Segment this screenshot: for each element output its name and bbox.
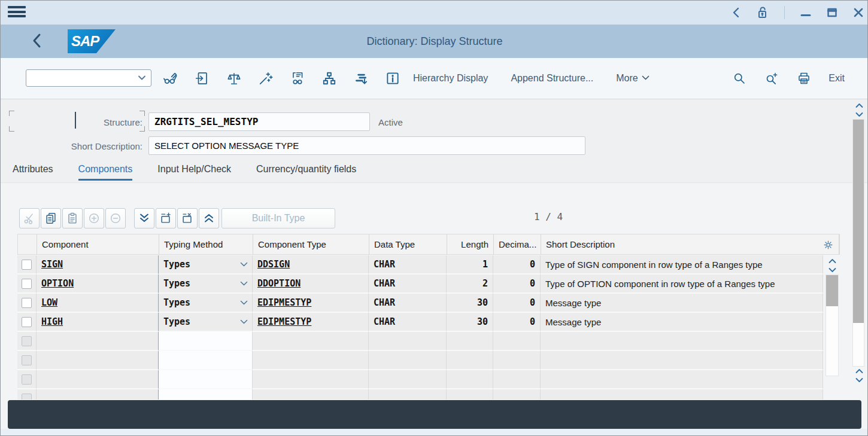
compare-scale-icon[interactable] — [226, 71, 242, 86]
component-type-cell[interactable] — [253, 370, 369, 389]
header-component[interactable]: Component — [37, 234, 159, 254]
more-menu-button[interactable]: More — [616, 73, 649, 84]
copy-object-icon[interactable] — [195, 71, 210, 86]
tab-input-help-check[interactable]: Input Help/Check — [157, 164, 231, 181]
move-down-button[interactable] — [134, 208, 154, 228]
typing-method-cell[interactable] — [159, 389, 253, 400]
print-icon[interactable] — [796, 71, 812, 86]
header-length[interactable]: Length — [447, 234, 494, 254]
component-cell[interactable] — [37, 370, 159, 389]
maximize-icon[interactable] — [827, 7, 837, 18]
component-type-cell[interactable]: DDOPTION — [253, 275, 369, 294]
tab-attributes[interactable]: Attributes — [13, 164, 53, 181]
object-list-icon[interactable] — [353, 71, 369, 86]
component-cell[interactable]: SIGN — [37, 255, 159, 275]
header-data-type[interactable]: Data Type — [369, 234, 447, 254]
information-icon[interactable] — [385, 71, 400, 86]
command-field[interactable] — [26, 69, 151, 87]
where-used-list-icon[interactable] — [290, 71, 305, 86]
data-type-cell: CHAR — [369, 294, 447, 313]
table-scroll-down-icon[interactable] — [825, 266, 839, 275]
hierarchy-display-button[interactable]: Hierarchy Display — [413, 73, 488, 84]
append-structure-button[interactable]: Append Structure... — [511, 73, 593, 84]
row-checkbox[interactable] — [22, 279, 32, 289]
component-cell[interactable] — [37, 332, 159, 351]
window-scrollbar[interactable] — [852, 101, 864, 385]
row-checkbox[interactable] — [22, 260, 32, 270]
structure-input[interactable]: ZRGTITS_SEL_MESTYP — [148, 112, 370, 131]
row-select-cell[interactable] — [17, 294, 37, 313]
typing-method-cell[interactable]: Types — [159, 275, 253, 294]
row-checkbox[interactable] — [22, 355, 32, 365]
row-select-cell[interactable] — [17, 351, 37, 370]
window-scrollbar-thumb[interactable] — [853, 120, 864, 323]
header-component-type[interactable]: Component Type — [253, 234, 369, 254]
row-select-cell[interactable] — [17, 389, 37, 400]
display-change-icon[interactable] — [163, 71, 178, 86]
table-scroll-up-icon[interactable] — [825, 257, 839, 266]
tab-components[interactable]: Components — [78, 164, 133, 181]
window-scroll-up2-icon[interactable] — [852, 367, 866, 376]
typing-method-cell[interactable]: Types — [159, 294, 253, 313]
header-typing-method[interactable]: Typing Method — [159, 234, 253, 254]
table-scrollbar-thumb[interactable] — [826, 275, 838, 306]
move-up-button[interactable] — [199, 208, 219, 228]
row-select-cell[interactable] — [17, 370, 37, 389]
row-checkbox[interactable] — [22, 394, 32, 400]
table-scrollbar[interactable] — [825, 257, 839, 376]
exit-button[interactable]: Exit — [828, 73, 845, 84]
component-type-cell[interactable]: DDSIGN — [253, 255, 369, 275]
table-settings-gear-icon[interactable] — [823, 239, 834, 251]
typing-method-cell[interactable] — [159, 332, 253, 351]
component-cell[interactable]: OPTION — [37, 275, 159, 294]
insert-line-button[interactable] — [84, 208, 104, 228]
row-checkbox[interactable] — [22, 298, 32, 308]
typing-method-cell[interactable]: Types — [159, 313, 253, 332]
component-type-cell[interactable] — [253, 332, 369, 351]
row-select-cell[interactable] — [17, 255, 37, 275]
component-cell[interactable] — [37, 389, 159, 400]
row-checkbox[interactable] — [22, 336, 32, 346]
component-type-cell[interactable] — [253, 389, 369, 400]
component-cell[interactable]: LOW — [37, 294, 159, 313]
hierarchy-icon[interactable] — [321, 71, 337, 86]
close-icon[interactable] — [853, 7, 864, 18]
header-decimals[interactable]: Decima... — [494, 234, 541, 254]
window-scroll-up-icon[interactable] — [852, 101, 866, 110]
builtin-type-button[interactable]: Built-In Type — [221, 208, 335, 228]
components-tab-panel: Built-In Type 1 / 4 Component Typing Met… — [1, 182, 868, 436]
component-type-cell[interactable]: EDIPMESTYP — [253, 294, 369, 313]
row-select-cell[interactable] — [17, 313, 37, 332]
lock-icon[interactable] — [755, 5, 769, 20]
short-description-input[interactable]: SELECT OPTION MESSAGE TYPE — [148, 136, 585, 155]
component-type-cell[interactable] — [253, 351, 369, 370]
typing-method-cell[interactable] — [159, 351, 253, 370]
window-scroll-down2-icon[interactable] — [852, 376, 866, 385]
delete-line-button[interactable] — [105, 208, 126, 228]
insert-row-button[interactable] — [156, 208, 176, 228]
row-select-cell[interactable] — [17, 275, 37, 294]
minimize-icon[interactable] — [800, 7, 811, 18]
tab-currency-quantity-fields[interactable]: Currency/quantity fields — [256, 164, 356, 181]
find-icon[interactable] — [732, 71, 747, 86]
copy-button[interactable] — [41, 208, 61, 228]
find-next-icon[interactable] — [764, 71, 779, 86]
paste-button[interactable] — [62, 208, 83, 228]
row-checkbox[interactable] — [22, 374, 32, 385]
header-short-description[interactable]: Short Description — [541, 234, 839, 254]
row-select-cell[interactable] — [17, 332, 37, 351]
row-checkbox[interactable] — [22, 317, 32, 327]
back-chevron-icon[interactable] — [732, 7, 740, 18]
cut-button[interactable] — [19, 208, 40, 228]
typing-method-cell[interactable]: Types — [159, 255, 253, 275]
hamburger-menu-icon[interactable] — [8, 6, 26, 19]
short-description-cell — [541, 332, 823, 351]
typing-method-cell[interactable] — [159, 370, 253, 389]
component-cell[interactable] — [37, 351, 159, 370]
component-cell[interactable]: HIGH — [37, 313, 159, 332]
delete-row-button[interactable] — [177, 208, 198, 228]
window-scroll-down-icon[interactable] — [852, 110, 866, 119]
component-type-cell[interactable]: EDIPMESTYP — [253, 313, 369, 332]
pattern-wand-icon[interactable] — [258, 71, 274, 86]
status-text: Active — [378, 117, 403, 127]
